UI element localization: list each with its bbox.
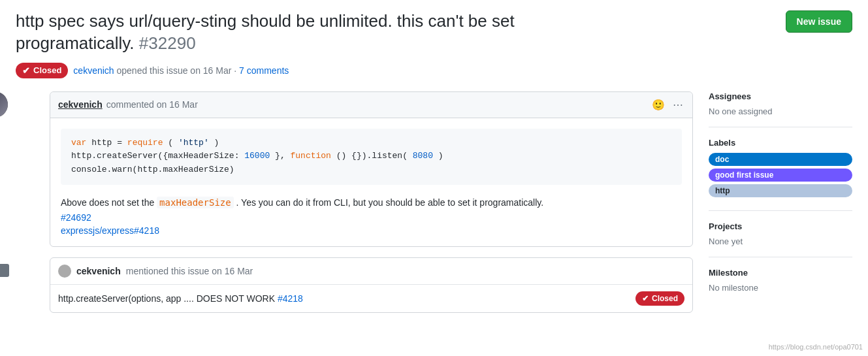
sidebar: Assignees No one assigned Labels doc goo… — [709, 91, 852, 314]
link-24692[interactable]: #24692 — [61, 212, 682, 223]
new-issue-button[interactable]: New issue — [786, 10, 852, 33]
milestone-label: Milestone — [709, 268, 852, 278]
comment-author-link[interactable]: cekvenich — [58, 99, 103, 110]
sidebar-labels: Labels doc good first issue http — [709, 138, 852, 211]
closed-icon: ✔ — [22, 65, 30, 76]
label-doc[interactable]: doc — [709, 153, 852, 166]
code-block: var http = require ( 'http' ) http.creat… — [61, 129, 682, 185]
comments-section: cekvenich commented on 16 Mar 🙂 ⋯ — [16, 91, 693, 314]
code-line-1: var http = require ( 'http' ) — [71, 137, 671, 150]
issue-meta: ✔ Closed cekvenich opened this issue on … — [16, 63, 852, 78]
mention-author: cekvenich — [76, 266, 121, 276]
projects-label: Projects — [709, 221, 852, 231]
title-text: http spec says url/query-sting should be… — [16, 11, 515, 53]
issue-date: 16 Mar — [203, 65, 232, 76]
mention-title: http.createServer(options, app .... DOES… — [58, 293, 303, 304]
comment-text: Above does not set the maxHeaderSize . Y… — [61, 195, 682, 210]
closed-badge: ✔ Closed — [16, 63, 68, 78]
code-highlight: maxHeaderSize — [157, 197, 234, 208]
assignees-label: Assignees — [709, 91, 852, 101]
sidebar-projects: Projects None yet — [709, 221, 852, 257]
label-http[interactable]: http — [709, 184, 852, 197]
mention-wrapper: cekvenich mentioned this issue on 16 Mar… — [16, 257, 693, 313]
assignees-value: No one assigned — [709, 106, 852, 116]
mention-action-text: mentioned this issue on 16 Mar — [126, 266, 253, 276]
comment-author-info: cekvenich commented on 16 Mar — [58, 99, 198, 110]
more-options-button[interactable]: ⋯ — [671, 97, 684, 112]
mention-block: cekvenich mentioned this issue on 16 Mar… — [50, 257, 693, 313]
emoji-button[interactable]: 🙂 — [651, 97, 666, 112]
projects-value: None yet — [709, 236, 852, 246]
milestone-value: No milestone — [709, 283, 852, 293]
sidebar-milestone: Milestone No milestone — [709, 268, 852, 303]
issue-title: http spec says url/query-sting should be… — [16, 10, 584, 55]
issue-number: #32290 — [139, 33, 196, 53]
labels-label: Labels — [709, 138, 852, 148]
page-container: http spec says url/query-sting should be… — [0, 0, 868, 324]
author-link[interactable]: cekvenich — [73, 65, 114, 76]
mention-issue-ref[interactable]: #4218 — [278, 293, 303, 304]
mention-header: cekvenich mentioned this issue on 16 Mar — [50, 258, 692, 284]
avatar — [0, 91, 8, 118]
mention-avatar-img — [0, 264, 9, 277]
label-good-first-issue[interactable]: good first issue — [709, 169, 852, 182]
link-express[interactable]: expressjs/express#4218 — [61, 225, 682, 236]
comments-link[interactable]: 7 comments — [239, 65, 289, 76]
mention-closed-badge: ✔ Closed — [635, 291, 684, 306]
code-line-3: console.warn(http.maxHeaderSize) — [71, 163, 671, 177]
labels-list: doc good first issue http — [709, 153, 852, 200]
comment-body: var http = require ( 'http' ) http.creat… — [50, 118, 692, 247]
mention-body: http.createServer(options, app .... DOES… — [50, 284, 692, 312]
comment-date: commented on 16 Mar — [106, 99, 198, 110]
comment-actions: 🙂 ⋯ — [651, 97, 684, 112]
comment-wrapper: cekvenich commented on 16 Mar 🙂 ⋯ — [16, 91, 693, 248]
status-text: Closed — [33, 65, 61, 75]
comment-block: cekvenich commented on 16 Mar 🙂 ⋯ — [50, 91, 693, 248]
issue-meta-text: cekvenich opened this issue on 16 Mar · … — [73, 65, 289, 76]
code-line-2: http.createServer({maxHeaderSize: 16000 … — [71, 150, 671, 163]
main-layout: cekvenich commented on 16 Mar 🙂 ⋯ — [16, 91, 852, 314]
issue-header: http spec says url/query-sting should be… — [16, 10, 852, 55]
sidebar-assignees: Assignees No one assigned — [709, 91, 852, 127]
comment-header: cekvenich commented on 16 Mar 🙂 ⋯ — [50, 92, 692, 118]
avatar-placeholder — [0, 91, 8, 118]
mention-small-avatar — [58, 265, 71, 278]
